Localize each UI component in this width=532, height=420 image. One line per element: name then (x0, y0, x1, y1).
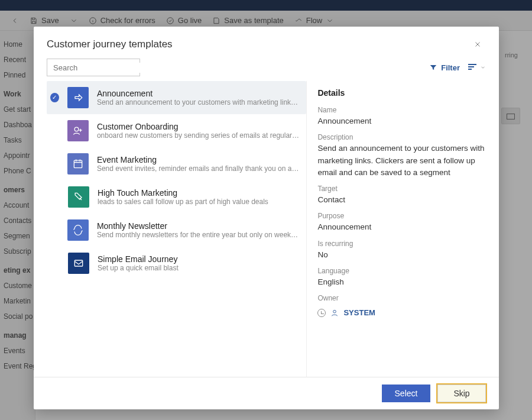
template-tile-icon (67, 87, 89, 108)
sort-button[interactable] (468, 64, 486, 71)
details-panel: Details Name Announcement Description Se… (306, 81, 486, 377)
recurring-label: Is recurring (317, 240, 486, 248)
selected-indicator (50, 93, 59, 102)
template-tile-icon (67, 120, 89, 141)
chevron-down-icon (480, 64, 486, 70)
template-desc: Set up a quick email blast (98, 264, 179, 272)
clock-icon (317, 309, 326, 317)
template-title: Announcement (97, 89, 301, 98)
svg-point-3 (74, 127, 79, 131)
template-row[interactable]: AnnouncementSend an announcement to your… (47, 81, 306, 114)
target-value: Contact (317, 194, 486, 206)
details-heading: Details (317, 88, 486, 98)
language-value: English (317, 276, 486, 288)
sort-icon (468, 64, 476, 71)
select-button[interactable]: Select (382, 385, 430, 402)
search-input-wrapper[interactable] (47, 59, 140, 76)
templates-dialog: Customer journey templates Filter Announ… (34, 27, 499, 409)
template-row[interactable]: High Touch Marketingleads to sales call … (47, 180, 306, 214)
template-row[interactable]: Event MarketingSend event invites, remin… (47, 147, 306, 180)
description-label: Description (317, 133, 486, 141)
template-title: Simple Email Journey (98, 254, 179, 264)
funnel-icon (429, 63, 437, 72)
template-desc: onboard new customers by sending series … (97, 131, 301, 140)
close-button[interactable] (469, 36, 486, 53)
purpose-value: Announcement (317, 221, 486, 233)
template-desc: leads to sales call follow up as part of… (98, 198, 268, 206)
template-row[interactable]: Customer Onboardingonboard new customers… (47, 114, 306, 147)
template-tile-icon (68, 186, 89, 208)
template-tile-icon (68, 253, 89, 274)
template-list: AnnouncementSend an announcement to your… (47, 81, 306, 377)
dialog-title: Customer journey templates (47, 38, 173, 50)
owner-label: Owner (317, 294, 486, 302)
template-title: High Touch Marketing (98, 188, 268, 198)
template-row[interactable]: Monthly NewsletterSend monthly newslette… (47, 214, 306, 247)
template-row[interactable]: Simple Email JourneySet up a quick email… (47, 247, 306, 280)
template-desc: Send monthly newsletters for the entire … (97, 231, 301, 239)
template-desc: Send an announcement to your customers w… (97, 98, 301, 106)
owner-name: SYSTEM (343, 308, 375, 317)
recurring-value: No (317, 249, 486, 261)
person-icon (330, 309, 339, 317)
svg-rect-5 (74, 260, 82, 266)
name-label: Name (317, 106, 486, 114)
description-value: Send an announcement to your customers w… (317, 143, 486, 179)
purpose-label: Purpose (317, 212, 486, 220)
name-value: Announcement (317, 115, 486, 127)
target-label: Target (317, 185, 486, 193)
svg-rect-4 (74, 160, 82, 168)
template-tile-icon (67, 219, 89, 241)
language-label: Language (317, 267, 486, 275)
svg-point-6 (333, 310, 336, 313)
skip-button[interactable]: Skip (437, 385, 486, 402)
template-tile-icon (67, 153, 89, 175)
filter-button[interactable]: Filter (429, 63, 460, 72)
template-desc: Send event invites, reminder emails and … (97, 164, 301, 173)
template-title: Monthly Newsletter (97, 221, 301, 231)
template-title: Event Marketing (97, 155, 301, 164)
template-title: Customer Onboarding (97, 122, 301, 131)
close-icon (473, 40, 482, 49)
search-input[interactable] (52, 63, 154, 73)
owner-row[interactable]: SYSTEM (317, 308, 486, 317)
